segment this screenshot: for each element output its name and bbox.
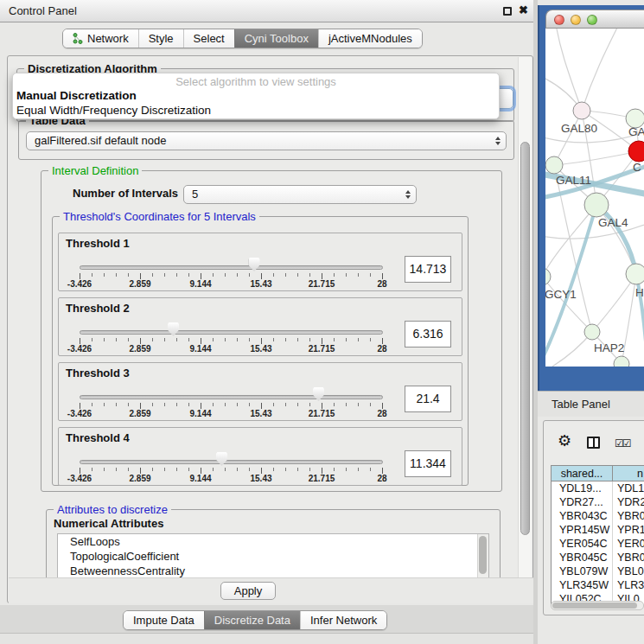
table-cell[interactable]: YBL079W [552,564,613,578]
table-cell[interactable]: YBR0 [613,551,644,564]
tab-label: Discretize Data [214,614,290,627]
bottom-strip-lower [0,634,534,644]
table-row[interactable]: YBL079WYBL0 [552,564,644,578]
slider-tick [237,273,238,277]
table-cell[interactable]: YBR0 [613,509,644,523]
close-icon[interactable]: ✖ [519,3,528,16]
table-row[interactable]: YER054CYER0 [552,537,644,551]
gear-icon[interactable]: ⚙ [558,433,571,449]
combo-spinner-icon[interactable] [495,132,501,150]
minimize-traffic-light[interactable] [571,15,581,25]
slider-tick [309,403,310,406]
threshold-value-field[interactable]: 21.4 [405,386,451,412]
network-edge-thick[interactable] [545,205,596,367]
network-edge[interactable] [545,205,596,277]
node-red[interactable] [628,141,644,162]
attribute-item-topologicalcoefficient[interactable]: TopologicalCoefficient [58,549,488,564]
table-cell[interactable]: YLR3 [613,578,644,592]
combo-spinner-icon[interactable] [405,186,411,203]
interval-definition-title: Interval Definition [48,164,142,177]
slider-track[interactable] [80,330,383,335]
table-cell[interactable]: YDL1 [613,481,644,495]
close-traffic-light[interactable] [554,15,564,25]
table-cell[interactable]: YBL0 [613,564,644,578]
algorithm-placeholder-item[interactable]: Select algorithm to view settings [13,75,499,88]
table-cell[interactable]: YBR045C [552,551,613,564]
node-gal11[interactable] [545,156,563,174]
attribute-item-selfloops[interactable]: SelfLoops [58,534,488,549]
table-row[interactable]: YLR345WYLR3 [552,578,644,592]
table-cell[interactable]: YPR145W [552,523,613,537]
select-checkboxes-icon[interactable]: ☑☑ [615,437,630,450]
node-gal4[interactable] [584,193,609,217]
table-cell[interactable]: YPR1 [613,523,644,537]
panel-scrollbar[interactable] [518,57,532,577]
zoom-traffic-light[interactable] [587,15,597,25]
node-h[interactable] [626,264,644,284]
slider-tick [249,403,250,406]
network-canvas[interactable]: GAL80GACGAL11GAL4GCY1HHAP2 [545,29,644,367]
tab-label: Network [87,32,129,45]
tick-label: 28 [377,409,386,418]
tick-label: 9.144 [189,474,211,483]
slider-tick [201,468,201,474]
algorithm-option-equal-width-frequency-discretization[interactable]: Equal Width/Frequency Discretization [13,103,499,118]
table-row[interactable]: YBR045CYBR0 [552,551,644,564]
threshold-value-field[interactable]: 11.344 [405,450,451,477]
threshold-value-field[interactable]: 14.713 [405,256,451,283]
tab-select[interactable]: Select [183,29,234,48]
network-edge[interactable] [545,223,644,239]
float-window-icon[interactable] [503,7,512,16]
table-hscrollbar-thumb[interactable] [552,603,637,609]
network-window-titlebar[interactable] [545,10,644,29]
slider-track[interactable] [80,265,383,270]
slider-tick [297,468,298,471]
table-horizontal-scrollbar[interactable] [551,601,644,610]
table-cell[interactable]: YDR2 [613,495,644,509]
tab-style[interactable]: Style [138,29,183,48]
network-graph[interactable]: GAL80GACGAL11GAL4GCY1HHAP2 [545,29,644,367]
table-row[interactable]: YDR27...YDR2 [552,495,644,509]
table-cell[interactable]: YER054C [552,537,613,551]
table-cell[interactable]: YBR043C [552,509,613,523]
apply-button[interactable]: Apply [220,582,276,600]
list-scrollbar-thumb[interactable] [479,536,487,574]
network-edge[interactable] [554,151,639,165]
table-cell[interactable]: YLR345W [552,578,613,592]
slider-track[interactable] [80,395,383,399]
tick-label: 21.715 [309,474,335,483]
table-data-combobox[interactable]: galFiltered.sif default node [26,131,507,150]
tab-cyni-toolbox[interactable]: Cyni Toolbox [234,29,318,48]
table-panel-title: Table Panel [552,398,610,411]
node-gcy1[interactable] [545,268,551,285]
table-cell[interactable]: YDR27... [552,495,613,509]
tab-jactivemnodules[interactable]: jActiveMNodules [318,29,422,48]
number-of-intervals-combobox[interactable]: 5 [183,185,417,204]
column-header-shared[interactable]: shared... [552,466,613,481]
slider-tick [334,468,335,471]
split-column-icon[interactable] [587,437,600,449]
table-cell[interactable]: YER0 [613,537,644,551]
list-scrollbar[interactable] [477,534,488,577]
node-hap2[interactable] [584,324,600,340]
tab-network[interactable]: Network [63,29,138,48]
column-header-n[interactable]: n [613,466,644,481]
attribute-item-betweennesscentrality[interactable]: BetweennessCentrality [58,564,488,577]
node-gal80[interactable] [573,102,590,119]
network-edge[interactable] [592,274,636,332]
threshold-value-field[interactable]: 6.316 [405,321,451,348]
tab-impute-data[interactable]: Impute Data [124,611,204,629]
tab-infer-network[interactable]: Infer Network [300,611,386,629]
algorithm-option-manual-discretization[interactable]: Manual Discretization [13,88,499,103]
network-edge[interactable] [554,111,582,165]
numerical-attributes-list[interactable]: SelfLoopsTopologicalCoefficientBetweenne… [57,533,489,577]
network-edge[interactable] [582,29,619,111]
table-row[interactable]: YBR043CYBR0 [552,509,644,523]
slider-track[interactable] [80,460,383,464]
table-row[interactable]: YDL19...YDL1 [552,481,644,495]
tab-discretize-data[interactable]: Discretize Data [204,611,300,629]
panel-scrollbar-thumb[interactable] [520,142,530,535]
network-edge[interactable] [556,29,582,111]
table-cell[interactable]: YDL19... [552,481,613,495]
table-row[interactable]: YPR145WYPR1 [552,523,644,537]
